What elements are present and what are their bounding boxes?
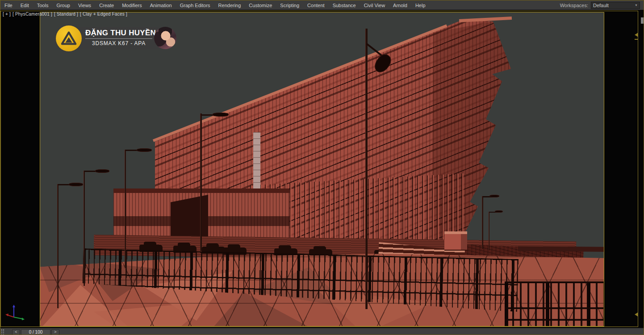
menu-scripting[interactable]: Scripting [276, 1, 303, 9]
workspaces-label: Workspaces: [560, 3, 588, 8]
menu-views[interactable]: Views [74, 1, 95, 9]
watermark-title: ĐẶNG THU HUYỀN [85, 29, 152, 38]
triangle-logo-icon [56, 25, 82, 51]
menu-create[interactable]: Create [95, 1, 118, 9]
watermark-badge: ĐẶNG THU HUYỀN 3DSMAX K67 - APA [56, 27, 176, 50]
street-lamp [482, 196, 483, 249]
workspaces-dropdown[interactable]: Default ▼ [591, 2, 640, 9]
watermark-text: ĐẶNG THU HUYỀN 3DSMAX K67 - APA [85, 29, 152, 46]
street-lamp [84, 171, 85, 286]
scrollbar-nub[interactable] [641, 17, 644, 24]
tall-street-lamp [365, 29, 368, 309]
menu-modifiers[interactable]: Modifiers [118, 1, 146, 9]
previous-frame-button[interactable]: < [12, 329, 20, 335]
menu-arnold[interactable]: Arnold [389, 1, 411, 9]
kiosk-model [444, 231, 467, 250]
workspaces-value: Default [593, 3, 609, 8]
viewport-label: [ + ] [ PhysCamera001 ] [ Standard ] [ C… [3, 12, 127, 17]
iron-fence-right [505, 281, 604, 326]
menu-tools[interactable]: Tools [33, 1, 53, 9]
viewport-canvas[interactable]: [ + ] [ PhysCamera001 ] [ Standard ] [ C… [0, 10, 644, 328]
street-lamp [489, 212, 489, 250]
menu-group[interactable]: Group [52, 1, 74, 9]
menu-content[interactable]: Content [303, 1, 329, 9]
current-frame-display[interactable]: 0 / 100 [21, 329, 50, 335]
watermark-divider [85, 38, 152, 39]
viewport-shading-quality-menu[interactable]: [ Standard ] [54, 12, 78, 17]
workspaces-control: Workspaces: Default ▼ [560, 2, 644, 9]
menu-rendering[interactable]: Rendering [214, 1, 245, 9]
time-slider-bar: < 0 / 100 > [0, 328, 644, 335]
axis-tripod-gizmo [4, 303, 25, 326]
watermark-subtitle: 3DSMAX K67 - APA [85, 40, 152, 46]
watermark-avatar-photo [154, 27, 176, 49]
street-lamp [200, 113, 202, 251]
street-lamp [57, 184, 59, 308]
menu-bar: File Edit Tools Group Views Create Modif… [0, 0, 644, 10]
next-frame-button[interactable]: > [51, 329, 59, 335]
menu-file[interactable]: File [0, 1, 17, 9]
3dsmax-window: File Edit Tools Group Views Create Modif… [0, 0, 644, 335]
street-lamp [125, 150, 126, 268]
camera-safe-frame[interactable] [40, 12, 604, 327]
menu-edit[interactable]: Edit [17, 1, 33, 9]
menu-customize[interactable]: Customize [245, 1, 276, 9]
scene-3d [40, 13, 604, 326]
menu-help[interactable]: Help [411, 1, 430, 9]
viewport-camera-menu[interactable]: [ PhysCamera001 ] [13, 12, 52, 17]
menu-substance[interactable]: Substance [329, 1, 360, 9]
viewport-shading-mode-menu[interactable]: [ Clay + Edged Faces ] [80, 12, 127, 17]
menu-animation[interactable]: Animation [146, 1, 176, 9]
menu-graph-editors[interactable]: Graph Editors [176, 1, 214, 9]
menu-civil-view[interactable]: Civil View [360, 1, 389, 9]
chevron-down-icon: ▼ [635, 4, 638, 7]
distant-wall [518, 246, 604, 252]
toolbar-grip-handle[interactable] [1, 329, 4, 335]
viewport-pov-menu[interactable]: [ + ] [3, 12, 11, 17]
